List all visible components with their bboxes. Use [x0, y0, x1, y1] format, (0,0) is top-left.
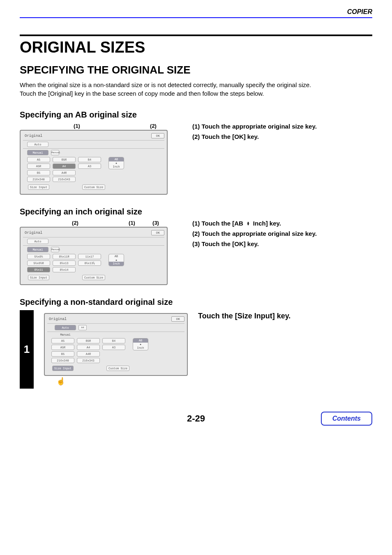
- intro-text: When the original size is a non-standard…: [20, 81, 372, 98]
- step-number: 1: [24, 343, 30, 356]
- ab-callout-2: (2): [147, 123, 159, 129]
- ab-panel: Original OK Auto Manual Manual A5 B5R B4…: [20, 130, 168, 195]
- ab-custom-size-button[interactable]: Custom Size: [82, 184, 105, 190]
- inch-panel-title: Original: [23, 231, 42, 235]
- step-number-bar: 1: [20, 310, 34, 389]
- size-a4-selected[interactable]: A4: [53, 164, 76, 169]
- nonstd-auto-tag: A4: [78, 325, 87, 330]
- nonstd-panel-wrap: Original OK Auto A4 Manual A5 B5R B4 A5R…: [42, 310, 190, 389]
- ab-step-1: (1) Touch the appropriate original size …: [192, 123, 372, 130]
- inch-callouts: (2) (1) (3): [20, 220, 168, 226]
- ns-a5r[interactable]: A5R: [51, 345, 74, 350]
- inch-step1-prefix: (1) Touch the [AB: [192, 220, 243, 227]
- inch-callout-1: (1): [126, 220, 138, 226]
- nonstd-panel: Original OK Auto A4 Manual A5 B5R B4 A5R…: [44, 313, 188, 376]
- ns-b5r[interactable]: B5R: [77, 338, 100, 343]
- size-b5[interactable]: B5: [27, 170, 50, 175]
- ns-216x340[interactable]: 216x340: [51, 358, 74, 363]
- ns-b5[interactable]: B5: [51, 351, 74, 357]
- inch-manual-tag: Manual: [51, 247, 59, 252]
- size-11x17[interactable]: 11x17: [78, 254, 101, 259]
- ab-inch-toggle[interactable]: AB ◆ Inch: [108, 157, 124, 169]
- size-a5[interactable]: A5: [27, 157, 50, 162]
- nonstd-panel-title: Original: [47, 317, 67, 321]
- intro-line1: When the original size is a non-standard…: [20, 81, 311, 88]
- ab-steps: (1) Touch the appropriate original size …: [192, 123, 372, 143]
- ab-ok-button[interactable]: OK: [151, 133, 164, 138]
- nonstd-heading: Specifying a non-standard original size: [20, 297, 372, 307]
- nonstd-custom-size-button[interactable]: Custom Size: [106, 366, 129, 371]
- size-8x11-selected[interactable]: 8½x11: [27, 267, 50, 272]
- inch-left: (2) (1) (3) Original OK Auto Manual Manu…: [20, 220, 168, 285]
- title-rule-top: [20, 35, 372, 36]
- toggle-inch-2[interactable]: Inch: [109, 262, 124, 266]
- nonstd-ok-button[interactable]: OK: [171, 316, 184, 322]
- inch-heading: Specifying an inch original size: [20, 207, 372, 216]
- toggle-inch[interactable]: Inch: [109, 165, 124, 169]
- inch-step-2: (2) Touch the appropriate original size …: [192, 230, 372, 237]
- size-a3[interactable]: A3: [78, 164, 101, 169]
- size-8x14[interactable]: 8½x14: [53, 267, 76, 272]
- size-b4[interactable]: B4: [78, 157, 101, 162]
- inch-custom-size-button[interactable]: Custom Size: [82, 275, 105, 280]
- inch-callout-3: (3): [150, 220, 162, 226]
- ns-toggle-ab[interactable]: AB: [133, 339, 148, 343]
- ab-left: (1) (2) Original OK Auto Manual Manual A…: [20, 123, 168, 195]
- page-subtitle: SPECIFYING THE ORIGINAL SIZE: [20, 64, 372, 76]
- ns-a3[interactable]: A3: [102, 345, 125, 350]
- inch-auto-button[interactable]: Auto: [27, 239, 48, 244]
- header-bar: COPIER: [20, 8, 372, 18]
- inch-step-3: (3) Touch the [OK] key.: [192, 240, 372, 247]
- page-number: 2-29: [20, 413, 372, 424]
- nonstd-instruction: Touch the [Size Input] key.: [198, 310, 372, 389]
- size-8x13b[interactable]: 8½x13⅖: [78, 260, 101, 266]
- nonstd-ab-toggle[interactable]: AB ◆ Inch: [133, 338, 148, 350]
- inch-ab-toggle[interactable]: AB ◆ Inch: [108, 254, 124, 266]
- inch-step-1: (1) Touch the [AB ▲▼ Inch] key.: [192, 220, 372, 227]
- inch-ok-button[interactable]: OK: [151, 230, 164, 235]
- size-8x11r[interactable]: 8½x11R: [53, 254, 76, 259]
- ab-callouts: (1) (2): [20, 123, 168, 129]
- size-5x8[interactable]: 5½x8½: [27, 254, 50, 259]
- nonstd-manual-label: Manual: [55, 333, 76, 336]
- ab-manual-tag: Manual: [51, 150, 59, 155]
- ab-size-grid: A5 B5R B4 A5R A4 A3 B5 A4R 216x340 216x3…: [27, 157, 101, 182]
- size-a4r[interactable]: A4R: [53, 170, 76, 175]
- ab-heading: Specifying an AB original size: [20, 110, 372, 120]
- ab-callout-1: (1): [71, 123, 83, 129]
- ab-step-2: (2) Touch the [OK] key.: [192, 133, 372, 140]
- toggle-ab-2[interactable]: AB: [109, 254, 124, 258]
- inch-size-input-button[interactable]: Size Input: [28, 275, 49, 280]
- page-title: ORIGINAL SIZES: [20, 39, 372, 56]
- ab-manual-button[interactable]: Manual: [27, 150, 48, 155]
- nonstd-size-input-button[interactable]: Size Input: [52, 366, 74, 371]
- nonstd-step-block: 1 Original OK Auto A4 Manual A5 B5R B4: [20, 310, 372, 389]
- size-216x343[interactable]: 216x343: [53, 177, 76, 182]
- inch-size-grid: 5½x8½ 8½x11R 11x17 5½x8½R 8½x13 8½x13⅖ 8…: [27, 254, 101, 272]
- ns-a4r[interactable]: A4R: [77, 351, 100, 357]
- inch-panel: Original OK Auto Manual Manual 5½x8½ 8½x…: [20, 227, 168, 285]
- ab-auto-button[interactable]: Auto: [27, 142, 48, 147]
- ab-size-input-button[interactable]: Size Input: [28, 184, 49, 190]
- ns-b4[interactable]: B4: [102, 338, 125, 343]
- size-a5r[interactable]: A5R: [27, 164, 50, 169]
- size-216x340[interactable]: 216x340: [27, 177, 50, 182]
- intro-line2: Touch the [Original] key in the base scr…: [20, 90, 264, 97]
- ns-a5[interactable]: A5: [51, 338, 74, 343]
- toggle-ab[interactable]: AB: [109, 157, 124, 161]
- nonstd-size-grid: A5 B5R B4 A5R A4 A3 B5 A4R 216x340 216x3…: [51, 338, 125, 363]
- inch-steps: (1) Touch the [AB ▲▼ Inch] key. (2) Touc…: [192, 220, 372, 251]
- nonstd-auto-button[interactable]: Auto: [55, 325, 76, 330]
- inch-step1-suffix: Inch] key.: [253, 220, 281, 227]
- ns-216x343[interactable]: 216x343: [77, 358, 100, 363]
- inch-section: (2) (1) (3) Original OK Auto Manual Manu…: [20, 220, 372, 285]
- size-8x13[interactable]: 8½x13: [53, 260, 76, 266]
- contents-button[interactable]: Contents: [321, 412, 372, 426]
- ns-a4[interactable]: A4: [77, 345, 100, 350]
- size-b5r[interactable]: B5R: [53, 157, 76, 162]
- pointer-hand-icon: ☝: [44, 377, 188, 386]
- updown-icon: ▲▼: [247, 221, 250, 226]
- ns-toggle-inch[interactable]: Inch: [133, 346, 148, 350]
- size-5x8r[interactable]: 5½x8½R: [27, 260, 50, 266]
- inch-manual-button[interactable]: Manual: [27, 247, 48, 252]
